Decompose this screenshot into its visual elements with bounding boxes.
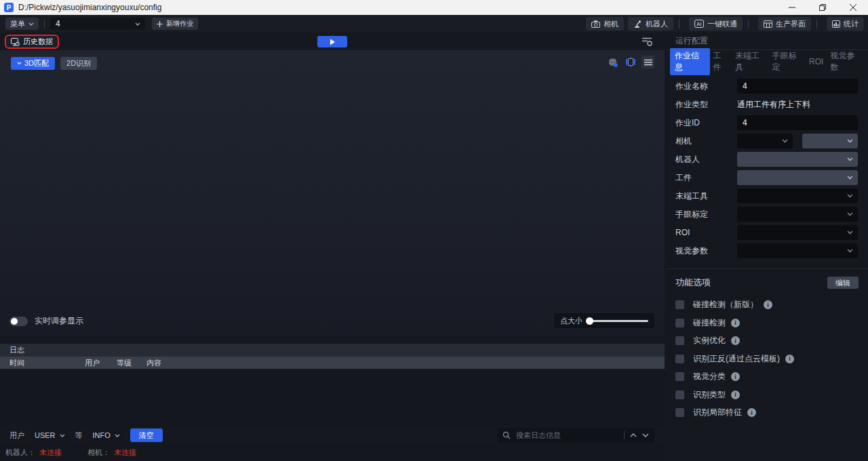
ai-icon: AI: [694, 20, 704, 28]
tab-workpiece[interactable]: 工件: [710, 48, 732, 75]
tab-hand-eye[interactable]: 手眼标定: [768, 48, 806, 75]
log-titlebar: 日志: [0, 344, 665, 357]
log-col-user: 用户: [85, 357, 100, 369]
log-search-box: [497, 428, 654, 443]
robot-button[interactable]: 机器人: [628, 17, 673, 31]
hand-eye-select[interactable]: [737, 207, 858, 222]
log-table-body[interactable]: [0, 369, 665, 427]
camera-status-value: 未连接: [114, 447, 136, 458]
checkbox[interactable]: [675, 372, 684, 381]
option-vision-classify: 视觉分类: [675, 372, 794, 381]
workpiece-select[interactable]: [737, 170, 858, 185]
window-title: D:/Pickwiz/yasuojimianxingyouxu/config: [18, 3, 161, 12]
option-collision: 碰撞检测: [675, 319, 794, 327]
options-list: 碰撞检测（新版） 碰撞检测 实例优化 识别正反(通过点云模板) 视觉分类: [675, 300, 794, 426]
slider-knob[interactable]: [586, 317, 593, 325]
roi-select[interactable]: [737, 225, 858, 240]
field-roi: ROI: [675, 225, 858, 240]
minimize-button[interactable]: [776, 0, 807, 15]
search-next-button[interactable]: [642, 433, 649, 437]
run-config-panel: 运行配置 作业信息 工件 末端工具 手眼标定 ROI 视觉参数 作业名称 作业类…: [666, 33, 868, 461]
checkbox[interactable]: [675, 336, 684, 345]
realtime-tuning-toggle[interactable]: [9, 317, 28, 326]
tab-2d-recognition[interactable]: 2D识别: [60, 57, 97, 70]
menu-button[interactable]: 菜单: [5, 18, 39, 30]
toggle-knob: [11, 318, 18, 325]
log-title: 日志: [9, 345, 24, 355]
camera-mode-select[interactable]: [802, 134, 858, 148]
view-settings-button[interactable]: [642, 37, 652, 49]
point-cloud-view-button[interactable]: [606, 56, 619, 68]
viewport-3d[interactable]: 3D匹配 2D识别: [0, 50, 665, 336]
app-logo: P: [4, 3, 14, 12]
app-window: P D:/Pickwiz/yasuojimianxingyouxu/config…: [0, 0, 868, 461]
tab-job-info[interactable]: 作业信息: [670, 48, 710, 75]
tab-vision-params[interactable]: 视觉参数: [827, 48, 864, 75]
info-icon[interactable]: [731, 319, 740, 327]
info-icon[interactable]: [731, 372, 740, 381]
camera-select[interactable]: [737, 134, 793, 148]
point-size-slider[interactable]: [587, 320, 648, 322]
clear-log-button[interactable]: 清空: [130, 428, 163, 442]
log-search-input[interactable]: [516, 431, 618, 439]
level-filter-dropdown[interactable]: INFO: [89, 428, 124, 442]
info-icon[interactable]: [731, 336, 740, 345]
fit-view-button[interactable]: [624, 56, 637, 68]
info-icon[interactable]: [747, 408, 756, 417]
info-icon[interactable]: [785, 355, 794, 363]
log-col-content: 内容: [146, 357, 161, 369]
job-id-input[interactable]: [737, 115, 858, 130]
statistics-button[interactable]: 统计: [827, 17, 864, 31]
workspace: 历史数据 3D匹配 2D识别: [0, 33, 665, 444]
option-collision-new: 碰撞检测（新版）: [675, 300, 794, 309]
edit-options-button[interactable]: 编辑: [827, 277, 859, 289]
field-hand-eye: 手眼标定: [675, 207, 858, 222]
end-tool-select[interactable]: [737, 188, 858, 203]
plus-icon: [157, 21, 163, 27]
tab-roi[interactable]: ROI: [806, 55, 827, 68]
one-click-connect-button[interactable]: AI 一键联通: [689, 17, 743, 31]
titlebar: P D:/Pickwiz/yasuojimianxingyouxu/config: [0, 0, 868, 15]
log-col-level: 等级: [117, 357, 132, 369]
search-icon: [502, 431, 511, 439]
search-prev-button[interactable]: [630, 433, 637, 437]
chevron-down-icon: [847, 139, 853, 143]
camera-icon: [591, 20, 600, 28]
camera-button[interactable]: 相机: [586, 17, 624, 31]
log-panel: 日志 时间 用户 等级 内容 用户 USER 等 INFO: [0, 344, 665, 444]
checkbox[interactable]: [675, 355, 684, 363]
tab-end-tool[interactable]: 末端工具: [732, 48, 769, 75]
info-icon[interactable]: [764, 300, 772, 309]
checkbox[interactable]: [675, 319, 684, 327]
new-job-button[interactable]: 新增作业: [152, 18, 198, 30]
hamburger-menu-icon: [644, 59, 652, 66]
job-selector-dropdown[interactable]: 4: [50, 18, 145, 30]
checkbox[interactable]: [675, 390, 684, 399]
chevron-down-icon: [17, 62, 22, 65]
robot-icon: [633, 20, 642, 28]
point-size-label: 点大小: [560, 316, 583, 326]
vision-params-select[interactable]: [737, 243, 858, 258]
history-data-button[interactable]: 历史数据: [5, 35, 59, 49]
run-job-button[interactable]: [317, 36, 347, 47]
main-toolbar: 菜单 4 新增作业 相机 机器人 AI 一键联通: [0, 15, 868, 33]
info-icon[interactable]: [731, 390, 740, 399]
robot-select[interactable]: [737, 152, 858, 167]
option-recognition-type: 识别类型: [675, 390, 794, 399]
option-front-back-recognition: 识别正反(通过点云模板): [675, 355, 794, 363]
history-data-icon: [11, 38, 20, 46]
job-name-input[interactable]: [737, 79, 858, 94]
option-local-feature: 识别局部特征: [675, 408, 794, 417]
checkbox[interactable]: [675, 408, 684, 417]
tab-3d-match[interactable]: 3D匹配: [11, 57, 55, 70]
option-instance-optimize: 实例优化: [675, 336, 794, 345]
chevron-down-icon: [847, 176, 853, 180]
checkbox[interactable]: [675, 300, 684, 309]
restore-button[interactable]: [807, 0, 837, 15]
search-divider: [624, 431, 625, 439]
viewport-menu-button[interactable]: [642, 56, 654, 68]
close-button[interactable]: [837, 0, 868, 15]
user-filter-dropdown[interactable]: USER: [31, 428, 69, 442]
production-view-button[interactable]: 生产界面: [758, 17, 811, 31]
chevron-down-icon: [782, 139, 788, 143]
